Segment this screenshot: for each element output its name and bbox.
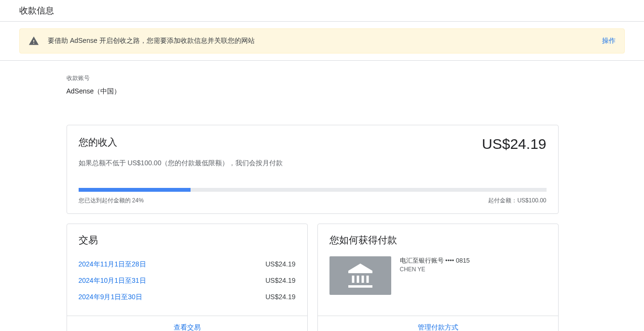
earnings-title: 您的收入 — [79, 136, 117, 149]
progress-fill — [79, 188, 191, 192]
setup-alert: 要借助 AdSense 开启创收之路，您需要添加收款信息并关联您的网站 操作 — [19, 28, 625, 53]
payment-method-holder: CHEN YE — [400, 266, 470, 273]
transaction-row: 2024年9月1日至30日 US$24.19 — [79, 289, 296, 305]
transaction-date-link[interactable]: 2024年11月1日至28日 — [79, 260, 146, 269]
payment-account-block: 收款账号 AdSense（中国） — [67, 74, 559, 96]
bank-icon — [329, 256, 391, 295]
warning-icon — [28, 36, 39, 46]
progress-bar — [79, 188, 547, 192]
transaction-amount: US$24.19 — [265, 293, 295, 302]
account-label: 收款账号 — [67, 74, 559, 82]
transactions-card: 交易 2024年11月1日至28日 US$24.19 2024年10月1日至31… — [67, 224, 308, 331]
alert-message: 要借助 AdSense 开启创收之路，您需要添加收款信息并关联您的网站 — [48, 37, 255, 45]
payment-method-description: 电汇至银行账号 •••• 0815 — [400, 256, 470, 265]
view-transactions-link[interactable]: 查看交易 — [174, 323, 201, 331]
transactions-title: 交易 — [79, 234, 296, 247]
earnings-subtitle: 如果总额不低于 US$100.00（您的付款最低限额），我们会按月付款 — [79, 159, 547, 168]
earnings-amount: US$24.19 — [482, 136, 546, 152]
transaction-amount: US$24.19 — [265, 260, 295, 269]
threshold-label: 起付金额：US$100.00 — [488, 197, 546, 205]
earnings-card: 您的收入 US$24.19 如果总额不低于 US$100.00（您的付款最低限额… — [67, 125, 559, 214]
transaction-row: 2024年11月1日至28日 US$24.19 — [79, 256, 296, 273]
payment-method-title: 您如何获得付款 — [329, 234, 547, 247]
transaction-date-link[interactable]: 2024年9月1日至30日 — [79, 293, 142, 302]
transaction-date-link[interactable]: 2024年10月1日至31日 — [79, 277, 146, 285]
account-value: AdSense（中国） — [67, 87, 559, 96]
transaction-amount: US$24.19 — [265, 277, 295, 285]
payment-method-card: 您如何获得付款 电汇至银行账号 •••• 0815 CHEN YE 管理付款方式 — [317, 224, 559, 331]
transaction-row: 2024年10月1日至31日 US$24.19 — [79, 273, 296, 289]
progress-percent-label: 您已达到起付金额的 24% — [79, 197, 144, 205]
manage-payment-method-link[interactable]: 管理付款方式 — [418, 323, 458, 331]
page-title: 收款信息 — [0, 0, 644, 22]
alert-action-link[interactable]: 操作 — [602, 37, 616, 45]
